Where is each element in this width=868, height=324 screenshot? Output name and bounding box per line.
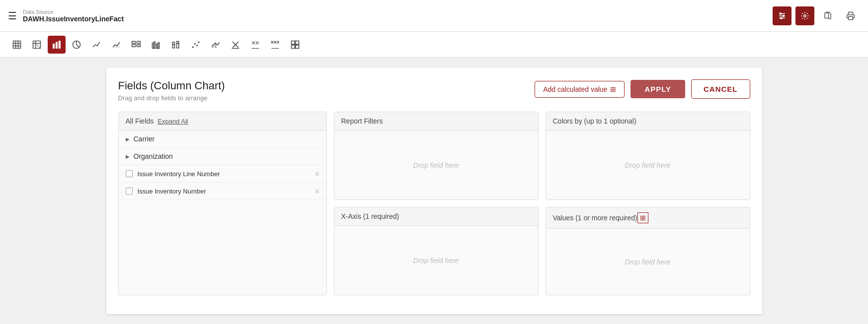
svg-rect-18 (53, 44, 55, 48)
chevron-right-icon: ▶ (126, 154, 130, 159)
values-header: Values (1 or more required) ⊞ (546, 207, 750, 229)
issue-inventory-number-label: Issue Inventory Number (138, 188, 206, 195)
svg-point-3 (780, 13, 782, 14)
panel-title: Fields (Column Chart) (118, 79, 225, 92)
checkbox-issue-inventory-number[interactable] (126, 188, 133, 194)
settings-icon[interactable] (795, 6, 814, 25)
datasource-name: DAWH.IssueInventoryLineFact (23, 15, 124, 23)
svg-rect-23 (132, 41, 136, 43)
tool-x2-chart[interactable] (246, 36, 264, 54)
values-header-content: Values (1 or more required) ⊞ (553, 212, 648, 223)
tool-xx-chart[interactable] (266, 36, 284, 54)
tool-line-chart[interactable] (87, 36, 105, 54)
svg-rect-28 (154, 42, 156, 48)
tool-x-chart[interactable] (227, 36, 244, 54)
report-filters-section: Report Filters Drop field here (334, 112, 539, 200)
report-filters-drop-zone[interactable]: Drop field here (334, 130, 538, 199)
svg-rect-26 (138, 45, 140, 47)
organization-group-label: Organization (134, 152, 173, 160)
field-group-organization[interactable]: ▶ Organization (119, 148, 326, 165)
field-item-issue-inventory-line-number[interactable]: Issue Inventory Line Number ≡ (119, 165, 326, 183)
tool-area-chart[interactable] (107, 36, 125, 54)
colors-by-header: Colors by (up to 1 optional) (546, 112, 750, 130)
svg-point-35 (192, 46, 194, 48)
svg-point-36 (194, 43, 196, 44)
values-section: Values (1 or more required) ⊞ Drop field… (546, 207, 750, 295)
tool-split-bar[interactable] (127, 36, 145, 54)
svg-rect-25 (132, 45, 136, 47)
tool-grid-chart[interactable] (286, 36, 304, 54)
svg-point-4 (783, 15, 785, 16)
drag-handle-icon: ≡ (315, 170, 319, 178)
svg-rect-33 (177, 43, 179, 48)
svg-rect-30 (158, 42, 159, 48)
print-icon[interactable] (841, 6, 860, 25)
top-bar: ☰ Data Source DAWH.IssueInventoryLineFac… (0, 0, 868, 32)
svg-point-38 (198, 41, 199, 43)
svg-point-5 (781, 17, 782, 19)
panel-actions: Add calculated value ⊞ APPLY CANCEL (535, 79, 750, 99)
panel-subtitle: Drag and drop fields to arrange (118, 94, 225, 102)
svg-rect-57 (296, 41, 299, 44)
checkbox-issue-inventory-line-number[interactable] (126, 170, 133, 177)
apply-button[interactable]: APPLY (631, 80, 685, 98)
tool-pie-chart[interactable] (68, 36, 85, 54)
tool-scatter[interactable] (187, 36, 205, 54)
tool-combo[interactable] (207, 36, 225, 54)
tool-pivot[interactable] (28, 36, 46, 54)
export-icon[interactable] (818, 6, 837, 25)
values-calc-icon[interactable]: ⊞ (637, 212, 648, 223)
hamburger-icon[interactable]: ☰ (8, 10, 17, 22)
svg-rect-29 (157, 44, 158, 48)
svg-rect-31 (172, 45, 174, 48)
datasource-info: Data Source DAWH.IssueInventoryLineFact (23, 9, 124, 23)
chevron-right-icon: ▶ (126, 136, 130, 142)
calc-grid-icon: ⊞ (610, 85, 616, 93)
values-drop-zone[interactable]: Drop field here (546, 229, 750, 295)
svg-rect-7 (825, 13, 829, 18)
x-axis-label: X-Axis (1 required) (341, 212, 399, 220)
report-filters-label: Report Filters (341, 117, 383, 125)
tool-table[interactable] (8, 36, 26, 54)
tool-stacked-bar[interactable] (167, 36, 185, 54)
panel-header: Fields (Column Chart) Drag and drop fiel… (118, 79, 750, 102)
svg-point-6 (804, 14, 806, 17)
values-label: Values (1 or more required) (553, 214, 637, 222)
all-fields-section: All Fields Expand All ▶ Carrier ▶ Organi… (118, 112, 327, 295)
svg-rect-24 (137, 41, 141, 43)
all-fields-header-content: All Fields Expand All (126, 117, 188, 125)
colors-by-drop-zone[interactable]: Drop field here (546, 130, 750, 199)
main-content: Fields (Column Chart) Drag and drop fiel… (0, 58, 868, 324)
top-bar-left: ☰ Data Source DAWH.IssueInventoryLineFac… (8, 9, 124, 23)
x-axis-placeholder: Drop field here (413, 257, 459, 264)
svg-line-17 (36, 43, 41, 48)
values-placeholder: Drop field here (625, 258, 671, 266)
svg-rect-58 (292, 45, 295, 48)
x-axis-drop-zone[interactable]: Drop field here (334, 226, 538, 295)
datasource-label: Data Source (23, 9, 124, 15)
all-fields-header: All Fields Expand All (119, 112, 326, 130)
cancel-button[interactable]: CANCEL (691, 79, 750, 99)
filter-settings-icon[interactable] (773, 6, 791, 25)
panel-title-area: Fields (Column Chart) Drag and drop fiel… (118, 79, 225, 102)
svg-rect-56 (292, 41, 295, 44)
svg-rect-59 (296, 45, 299, 48)
svg-rect-20 (59, 41, 60, 48)
svg-point-37 (196, 45, 198, 46)
field-item-issue-inventory-number[interactable]: Issue Inventory Number ≡ (119, 183, 326, 200)
report-filters-header: Report Filters (334, 112, 538, 130)
report-filters-placeholder: Drop field here (413, 161, 459, 169)
add-calc-label: Add calculated value (543, 85, 607, 93)
field-group-carrier[interactable]: ▶ Carrier (119, 130, 326, 148)
all-fields-list: ▶ Carrier ▶ Organization Issue Inventory… (119, 130, 326, 295)
expand-all-link[interactable]: Expand All (158, 118, 188, 125)
tool-grouped-bar[interactable] (147, 36, 165, 54)
x-axis-section: X-Axis (1 required) Drop field here (334, 207, 539, 295)
colors-by-section: Colors by (up to 1 optional) Drop field … (546, 112, 750, 200)
svg-rect-34 (177, 41, 179, 43)
all-fields-label: All Fields (126, 117, 154, 125)
colors-by-label: Colors by (up to 1 optional) (553, 117, 636, 125)
svg-rect-19 (56, 42, 57, 49)
tool-bar-chart[interactable] (48, 36, 66, 54)
add-calculated-value-button[interactable]: Add calculated value ⊞ (535, 81, 625, 98)
